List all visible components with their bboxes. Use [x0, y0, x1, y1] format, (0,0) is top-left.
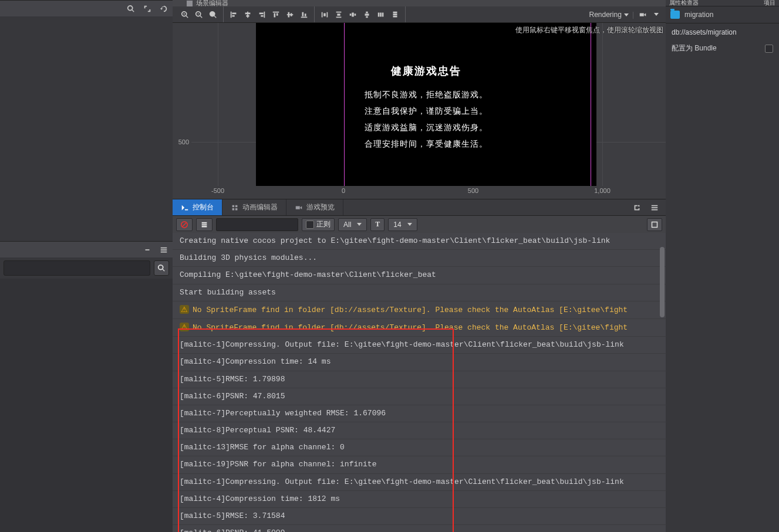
- menu-icon[interactable]: [159, 245, 169, 255]
- tab-preview-label: 游戏预览: [306, 202, 335, 212]
- inspector-tabs: 属性检查器 项目: [666, 0, 779, 6]
- log-line[interactable]: Building 3D physics modules...: [173, 250, 666, 267]
- log-line[interactable]: [malitc-7]Perceptually weighted RMSE: 1.…: [173, 405, 666, 422]
- align-vcenter-icon[interactable]: [285, 9, 295, 20]
- log-line[interactable]: No SpriteFrame find in folder [db://asse…: [173, 301, 666, 319]
- tab-game-preview[interactable]: 游戏预览: [286, 199, 343, 215]
- asset-row: migration: [666, 6, 779, 23]
- tab-console[interactable]: 控制台: [173, 199, 222, 215]
- game-text-line: 适度游戏益脑，沉迷游戏伤身。: [256, 123, 596, 133]
- center-column: 场景编辑器: [173, 0, 666, 532]
- log-line[interactable]: No SpriteFrame find in folder [db://asse…: [173, 319, 666, 337]
- console-toolbar: 正则 All T 14: [173, 215, 666, 233]
- asset-search-button[interactable]: [154, 260, 169, 276]
- svg-rect-1: [652, 222, 657, 227]
- ruler-x: -50005001,000: [191, 186, 666, 199]
- scrollbar[interactable]: [660, 247, 665, 317]
- log-line[interactable]: [malitc-6]PSNR: 41.5009: [173, 525, 666, 532]
- log-line[interactable]: Start building assets: [173, 284, 666, 301]
- scene-toolbar: Rendering |: [173, 6, 666, 23]
- loglevel-dropdown[interactable]: All: [338, 218, 367, 231]
- game-text-line: 注意自我保护，谨防受骗上当。: [256, 106, 596, 117]
- clear-button[interactable]: [176, 218, 193, 231]
- log-line[interactable]: Creating native cocos project to E:\gite…: [173, 233, 666, 250]
- log-line[interactable]: Compiling E:\gitee\fight-demo-master\Cli…: [173, 267, 666, 284]
- bundle-checkbox[interactable]: [765, 45, 773, 53]
- log-line[interactable]: [malitc-1]Compressing. Output file: E:\g…: [173, 474, 666, 491]
- console-body[interactable]: Creating native cocos project to E:\gite…: [173, 233, 666, 532]
- assets-header: [0, 241, 173, 257]
- camera-icon[interactable]: [638, 9, 648, 20]
- log-line[interactable]: [malitc-5]RMSE: 1.79898: [173, 371, 666, 388]
- align-bottom-icon[interactable]: [299, 9, 309, 20]
- popout-icon[interactable]: [632, 202, 642, 213]
- dist-e2-icon[interactable]: [390, 9, 400, 20]
- hierarchy-header: [0, 0, 173, 16]
- tab-menu-icon[interactable]: [649, 202, 660, 213]
- bottom-tabs: 控制台 动画编辑器 游戏预览: [173, 199, 666, 215]
- expand-icon[interactable]: [142, 4, 153, 14]
- align-hcenter-icon[interactable]: [242, 9, 253, 20]
- log-line[interactable]: [malitc-5]RMSE: 3.71584: [173, 508, 666, 525]
- align-right-icon[interactable]: [257, 9, 267, 20]
- dist-h2-icon[interactable]: [348, 9, 358, 20]
- asset-list: [0, 279, 173, 532]
- align-top-icon[interactable]: [271, 9, 281, 20]
- dist-v-icon[interactable]: [333, 9, 344, 20]
- game-text-title: 健康游戏忠告: [256, 64, 596, 78]
- regex-toggle[interactable]: 正则: [302, 218, 335, 231]
- text-style-button[interactable]: T: [370, 218, 385, 231]
- collapse-button[interactable]: [196, 218, 213, 231]
- log-line[interactable]: [malitc-4]Compression time: 1812 ms: [173, 491, 666, 508]
- game-text-line: 合理安排时间，享受健康生活。: [256, 139, 596, 150]
- console-filter-input[interactable]: [216, 218, 298, 231]
- dist-h-icon[interactable]: [319, 9, 330, 20]
- zoom-fit-icon[interactable]: [208, 9, 218, 20]
- search-icon[interactable]: [126, 4, 136, 14]
- log-line[interactable]: [malitc-6]PSNR: 47.8015: [173, 388, 666, 405]
- hierarchy-body: [0, 16, 173, 241]
- log-line[interactable]: [malitc-4]Compression time: 14 ms: [173, 354, 666, 371]
- asset-path: db://assets/migration: [666, 23, 779, 41]
- scene-canvas[interactable]: 健康游戏忠告 抵制不良游戏，拒绝盗版游戏。 注意自我保护，谨防受骗上当。 适度游…: [191, 23, 666, 186]
- game-frame: 健康游戏忠告 抵制不良游戏，拒绝盗版游戏。 注意自我保护，谨防受骗上当。 适度游…: [256, 23, 596, 186]
- tab-inspector[interactable]: 属性检查器: [669, 0, 699, 6]
- zoom-out-icon[interactable]: [194, 9, 204, 20]
- log-line[interactable]: [malitc-13]RMSE for alpha channel: 0: [173, 439, 666, 456]
- left-column: [0, 0, 173, 532]
- zoom-in-icon[interactable]: [180, 9, 190, 20]
- dist-e1-icon[interactable]: [376, 9, 386, 20]
- align-left-icon[interactable]: [228, 9, 239, 20]
- log-line[interactable]: [malitc-1]Compressing. Output file: E:\g…: [173, 337, 666, 354]
- tab-anim-label: 动画编辑器: [242, 202, 278, 212]
- right-column: 属性检查器 项目 migration db://assets/migration…: [666, 0, 779, 532]
- asset-search-input[interactable]: [4, 260, 150, 276]
- bundle-prop: 配置为 Bundle: [666, 41, 779, 56]
- tab-console-label: 控制台: [193, 202, 214, 212]
- tab-project[interactable]: 项目: [764, 0, 775, 6]
- log-line[interactable]: [malitc-19]PSNR for alpha channel: infin…: [173, 456, 666, 473]
- tab-anim-editor[interactable]: 动画编辑器: [222, 199, 286, 215]
- viewport-hint: 使用鼠标右键平移视窗焦点，使用滚轮缩放视图: [515, 25, 663, 35]
- scene-tab[interactable]: 场景编辑器: [173, 0, 666, 6]
- log-line[interactable]: [malitc-8]Perceptual PSNR: 48.4427: [173, 422, 666, 439]
- collapse-icon[interactable]: [142, 245, 153, 255]
- fontsize-dropdown[interactable]: 14: [388, 218, 417, 231]
- folder-icon: [670, 11, 680, 19]
- dist-v2-icon[interactable]: [362, 9, 372, 20]
- refresh-icon[interactable]: [159, 4, 169, 14]
- bundle-label: 配置为 Bundle: [672, 43, 717, 53]
- asset-name: migration: [684, 11, 713, 19]
- rendering-dropdown[interactable]: Rendering: [589, 11, 629, 19]
- game-text-line: 抵制不良游戏，拒绝盗版游戏。: [256, 90, 596, 100]
- scene-viewport[interactable]: 500 健康游戏忠告 抵制不良游戏，拒绝盗版游戏。 注意自我保护，谨防受骗上当。…: [173, 23, 666, 199]
- ruler-y: 500: [173, 23, 191, 199]
- asset-search-row: [0, 257, 173, 279]
- console-maximize-button[interactable]: [647, 218, 662, 231]
